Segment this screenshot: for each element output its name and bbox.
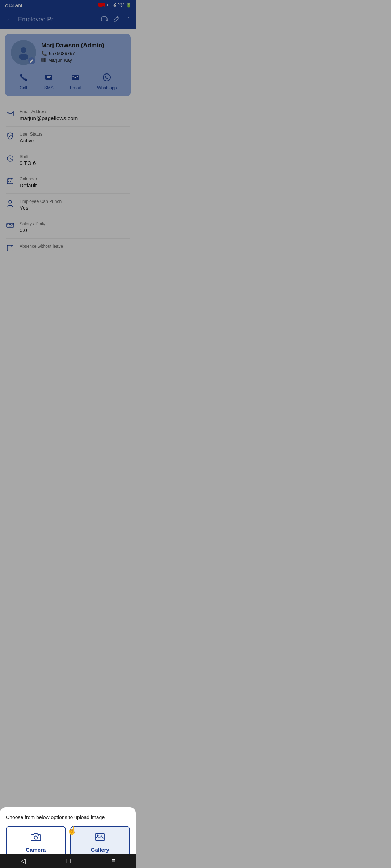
sheet-overlay[interactable] xyxy=(0,0,136,305)
